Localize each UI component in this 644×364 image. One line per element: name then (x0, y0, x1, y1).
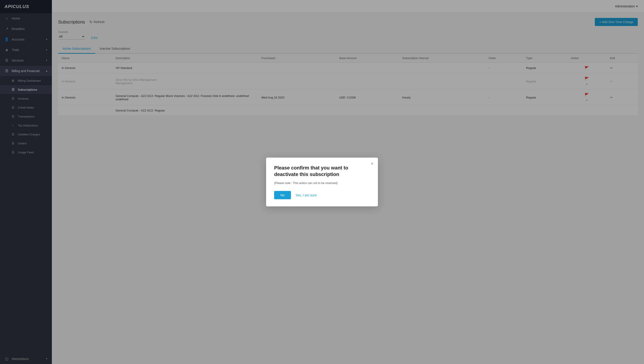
modal-actions: No Yes, I am sure (274, 191, 370, 199)
modal-no-button[interactable]: No (274, 191, 291, 199)
modal-yes-button[interactable]: Yes, I am sure (296, 193, 317, 197)
modal-overlay: × Please confirm that you want to deacti… (0, 0, 644, 364)
modal-close-button[interactable]: × (371, 161, 374, 166)
modal-title: Please confirm that you want to deactiva… (274, 165, 370, 177)
modal-note: (Please note : This action can not to be… (274, 181, 370, 185)
confirm-modal: × Please confirm that you want to deacti… (266, 158, 378, 206)
